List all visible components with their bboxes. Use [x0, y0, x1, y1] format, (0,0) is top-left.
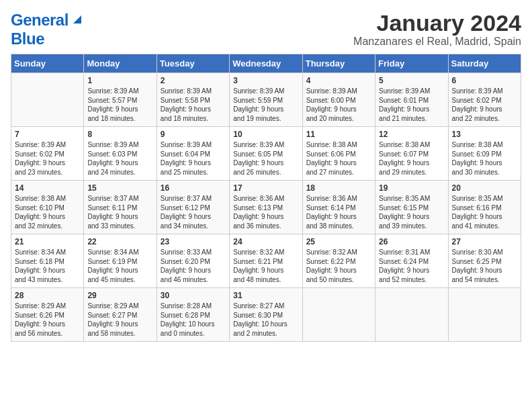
- cell-content: Sunrise: 8:39 AM Sunset: 6:02 PM Dayligh…: [15, 140, 80, 177]
- day-number: 31: [233, 291, 298, 300]
- day-number: 6: [452, 76, 517, 85]
- calendar-week-row: 1Sunrise: 8:39 AM Sunset: 5:57 PM Daylig…: [11, 73, 521, 127]
- day-number: 22: [87, 237, 152, 246]
- day-number: 26: [379, 237, 444, 246]
- day-header-wednesday: Wednesday: [230, 54, 302, 73]
- calendar-cell: 20Sunrise: 8:35 AM Sunset: 6:16 PM Dayli…: [448, 181, 521, 234]
- calendar-cell: 12Sunrise: 8:38 AM Sunset: 6:07 PM Dayli…: [375, 127, 448, 181]
- calendar-cell: [375, 288, 448, 342]
- day-number: 5: [379, 76, 444, 85]
- cell-content: Sunrise: 8:33 AM Sunset: 6:20 PM Dayligh…: [161, 248, 226, 284]
- cell-content: Sunrise: 8:39 AM Sunset: 6:04 PM Dayligh…: [161, 140, 226, 177]
- day-number: 16: [161, 183, 226, 193]
- day-number: 2: [161, 76, 226, 85]
- cell-content: Sunrise: 8:39 AM Sunset: 6:00 PM Dayligh…: [306, 87, 371, 123]
- calendar-cell: 22Sunrise: 8:34 AM Sunset: 6:19 PM Dayli…: [84, 234, 157, 288]
- calendar-table: SundayMondayTuesdayWednesdayThursdayFrid…: [11, 54, 521, 342]
- cell-content: Sunrise: 8:39 AM Sunset: 6:03 PM Dayligh…: [87, 140, 152, 177]
- calendar-cell: 2Sunrise: 8:39 AM Sunset: 5:58 PM Daylig…: [157, 73, 229, 127]
- day-number: 11: [306, 130, 371, 139]
- cell-content: Sunrise: 8:34 AM Sunset: 6:18 PM Dayligh…: [15, 248, 80, 284]
- calendar-cell: 28Sunrise: 8:29 AM Sunset: 6:26 PM Dayli…: [11, 288, 84, 342]
- calendar-body: 1Sunrise: 8:39 AM Sunset: 5:57 PM Daylig…: [11, 73, 521, 342]
- calendar-cell: 4Sunrise: 8:39 AM Sunset: 6:00 PM Daylig…: [302, 73, 375, 127]
- cell-content: Sunrise: 8:38 AM Sunset: 6:07 PM Dayligh…: [379, 140, 444, 177]
- calendar-cell: 29Sunrise: 8:29 AM Sunset: 6:27 PM Dayli…: [84, 288, 157, 342]
- cell-content: Sunrise: 8:36 AM Sunset: 6:14 PM Dayligh…: [306, 194, 371, 230]
- day-number: 7: [15, 130, 80, 139]
- calendar-week-row: 14Sunrise: 8:38 AM Sunset: 6:10 PM Dayli…: [11, 181, 521, 234]
- day-number: 18: [306, 183, 371, 193]
- logo-arrow-icon: [71, 13, 84, 26]
- calendar-cell: 25Sunrise: 8:32 AM Sunset: 6:22 PM Dayli…: [302, 234, 375, 288]
- day-number: 17: [233, 183, 298, 193]
- day-number: 20: [452, 183, 517, 193]
- day-number: 14: [15, 183, 80, 193]
- cell-content: Sunrise: 8:36 AM Sunset: 6:13 PM Dayligh…: [233, 194, 298, 230]
- cell-content: Sunrise: 8:39 AM Sunset: 5:57 PM Dayligh…: [87, 87, 152, 123]
- day-number: 28: [15, 291, 80, 300]
- cell-content: Sunrise: 8:39 AM Sunset: 5:58 PM Dayligh…: [161, 87, 226, 123]
- day-header-sunday: Sunday: [11, 54, 84, 73]
- calendar-cell: 24Sunrise: 8:32 AM Sunset: 6:21 PM Dayli…: [230, 234, 302, 288]
- day-number: 9: [161, 130, 226, 139]
- day-header-monday: Monday: [84, 54, 157, 73]
- day-number: 21: [15, 237, 80, 246]
- calendar-cell: 16Sunrise: 8:37 AM Sunset: 6:12 PM Dayli…: [157, 181, 229, 234]
- day-number: 10: [233, 130, 298, 139]
- cell-content: Sunrise: 8:39 AM Sunset: 6:05 PM Dayligh…: [233, 140, 298, 177]
- calendar-cell: 26Sunrise: 8:31 AM Sunset: 6:24 PM Dayli…: [375, 234, 448, 288]
- cell-content: Sunrise: 8:27 AM Sunset: 6:30 PM Dayligh…: [233, 302, 298, 338]
- calendar-cell: 1Sunrise: 8:39 AM Sunset: 5:57 PM Daylig…: [84, 73, 157, 127]
- calendar-header-row: SundayMondayTuesdayWednesdayThursdayFrid…: [11, 54, 521, 73]
- day-number: 4: [306, 76, 371, 85]
- calendar-cell: [302, 288, 375, 342]
- page-header: General Blue January 2024 Manzanares el …: [11, 11, 521, 48]
- day-number: 25: [306, 237, 371, 246]
- cell-content: Sunrise: 8:28 AM Sunset: 6:28 PM Dayligh…: [161, 302, 226, 338]
- day-header-tuesday: Tuesday: [157, 54, 229, 73]
- calendar-cell: 6Sunrise: 8:39 AM Sunset: 6:02 PM Daylig…: [448, 73, 521, 127]
- calendar-cell: 14Sunrise: 8:38 AM Sunset: 6:10 PM Dayli…: [11, 181, 84, 234]
- calendar-cell: 3Sunrise: 8:39 AM Sunset: 5:59 PM Daylig…: [230, 73, 302, 127]
- calendar-cell: 18Sunrise: 8:36 AM Sunset: 6:14 PM Dayli…: [302, 181, 375, 234]
- day-number: 1: [87, 76, 152, 85]
- svg-marker-0: [73, 15, 81, 24]
- day-number: 3: [233, 76, 298, 85]
- calendar-week-row: 28Sunrise: 8:29 AM Sunset: 6:26 PM Dayli…: [11, 288, 521, 342]
- cell-content: Sunrise: 8:35 AM Sunset: 6:15 PM Dayligh…: [379, 194, 444, 230]
- cell-content: Sunrise: 8:39 AM Sunset: 6:01 PM Dayligh…: [379, 87, 444, 123]
- cell-content: Sunrise: 8:34 AM Sunset: 6:19 PM Dayligh…: [87, 248, 152, 284]
- calendar-cell: 15Sunrise: 8:37 AM Sunset: 6:11 PM Dayli…: [84, 181, 157, 234]
- calendar-cell: 31Sunrise: 8:27 AM Sunset: 6:30 PM Dayli…: [230, 288, 302, 342]
- calendar-cell: 13Sunrise: 8:38 AM Sunset: 6:09 PM Dayli…: [448, 127, 521, 181]
- logo-general: General: [11, 11, 69, 30]
- cell-content: Sunrise: 8:32 AM Sunset: 6:22 PM Dayligh…: [306, 248, 371, 284]
- calendar-cell: 17Sunrise: 8:36 AM Sunset: 6:13 PM Dayli…: [230, 181, 302, 234]
- day-header-friday: Friday: [375, 54, 448, 73]
- calendar-cell: [448, 288, 521, 342]
- cell-content: Sunrise: 8:38 AM Sunset: 6:09 PM Dayligh…: [452, 140, 517, 177]
- day-number: 12: [379, 130, 444, 139]
- cell-content: Sunrise: 8:39 AM Sunset: 6:02 PM Dayligh…: [452, 87, 517, 123]
- calendar-week-row: 7Sunrise: 8:39 AM Sunset: 6:02 PM Daylig…: [11, 127, 521, 181]
- calendar-cell: [11, 73, 84, 127]
- title-area: January 2024 Manzanares el Real, Madrid,…: [353, 11, 521, 48]
- logo-blue: Blue: [11, 30, 44, 48]
- cell-content: Sunrise: 8:30 AM Sunset: 6:25 PM Dayligh…: [452, 248, 517, 284]
- cell-content: Sunrise: 8:35 AM Sunset: 6:16 PM Dayligh…: [452, 194, 517, 230]
- calendar-cell: 10Sunrise: 8:39 AM Sunset: 6:05 PM Dayli…: [230, 127, 302, 181]
- calendar-cell: 11Sunrise: 8:38 AM Sunset: 6:06 PM Dayli…: [302, 127, 375, 181]
- cell-content: Sunrise: 8:38 AM Sunset: 6:10 PM Dayligh…: [15, 194, 80, 230]
- calendar-cell: 21Sunrise: 8:34 AM Sunset: 6:18 PM Dayli…: [11, 234, 84, 288]
- calendar-cell: 23Sunrise: 8:33 AM Sunset: 6:20 PM Dayli…: [157, 234, 229, 288]
- cell-content: Sunrise: 8:31 AM Sunset: 6:24 PM Dayligh…: [379, 248, 444, 284]
- cell-content: Sunrise: 8:29 AM Sunset: 6:26 PM Dayligh…: [15, 302, 80, 338]
- cell-content: Sunrise: 8:29 AM Sunset: 6:27 PM Dayligh…: [87, 302, 152, 338]
- calendar-cell: 7Sunrise: 8:39 AM Sunset: 6:02 PM Daylig…: [11, 127, 84, 181]
- cell-content: Sunrise: 8:38 AM Sunset: 6:06 PM Dayligh…: [306, 140, 371, 177]
- calendar-cell: 19Sunrise: 8:35 AM Sunset: 6:15 PM Dayli…: [375, 181, 448, 234]
- day-number: 8: [87, 130, 152, 139]
- day-number: 24: [233, 237, 298, 246]
- day-number: 23: [161, 237, 226, 246]
